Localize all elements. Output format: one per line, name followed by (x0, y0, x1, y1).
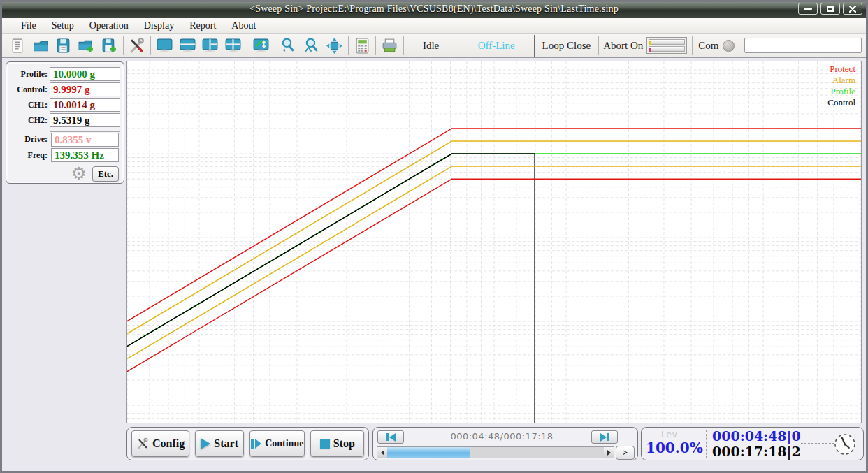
play-icon (201, 438, 210, 449)
config-button[interactable]: Config (131, 430, 189, 457)
toolbar-separator (375, 36, 376, 55)
ch1-value: 10.0014 g (50, 98, 120, 112)
etc-button[interactable]: Etc. (92, 166, 119, 182)
status-state: Idle (406, 35, 456, 56)
legend-protect: Protect (827, 64, 855, 75)
divider (706, 430, 707, 458)
ch2-label: CH2: (9, 115, 50, 126)
skip-to-end-button[interactable] (591, 430, 618, 444)
window-title: <Sweep Sin> Project:E:\Program Files\VCS… (249, 3, 619, 15)
ch2-value: 9.5319 g (50, 113, 120, 127)
layout-quad-button[interactable] (222, 35, 245, 56)
status-connection: Off-Line (461, 35, 532, 56)
layout-single-icon (156, 37, 173, 54)
skip-start-icon (386, 433, 389, 441)
continue-button-label: Continue (265, 438, 303, 449)
legend-profile: Profile (827, 86, 855, 97)
minimize-button[interactable] (798, 3, 818, 15)
level-time-group: Lev 100.0% 000:04:48|0 000:17:18|2 (641, 427, 864, 460)
progress-fill (387, 447, 470, 458)
tools-button[interactable] (125, 35, 148, 56)
open-project-button[interactable] (29, 35, 52, 56)
maximize-icon (827, 6, 834, 12)
sweep-chart[interactable]: Protect Alarm Profile Control (126, 61, 862, 423)
maximize-button[interactable] (820, 3, 840, 15)
continue-button[interactable]: Continue (249, 430, 305, 457)
status-abort-label: Abort On (603, 35, 643, 56)
progress-scrollbar[interactable] (377, 446, 614, 458)
status-com-label: Com (698, 35, 718, 56)
zoom-select-icon (303, 37, 320, 54)
status-separator (458, 36, 458, 55)
toolbar-separator (348, 36, 349, 55)
skip-end-icon (600, 433, 607, 442)
save-icon (55, 37, 72, 54)
zoom-in-button[interactable] (277, 35, 301, 56)
menu-about[interactable]: About (224, 20, 263, 32)
layout-two-rows-button[interactable] (176, 35, 199, 56)
menu-setup[interactable]: Setup (44, 20, 82, 32)
level-value: 100.0% (646, 439, 703, 456)
pan-icon (326, 37, 343, 54)
auto-scale-icon (252, 37, 270, 54)
freq-value: 139.353 Hz (51, 148, 119, 162)
menu-report[interactable]: Report (182, 20, 224, 32)
zoom-in-icon (280, 37, 297, 54)
zoom-select-button[interactable] (300, 35, 323, 56)
control-value: 9.9997 g (50, 82, 120, 96)
start-button-label: Start (214, 437, 238, 450)
scroll-left-arrow[interactable] (377, 447, 387, 458)
control-label: Control: (9, 85, 50, 95)
stop-button[interactable]: Stop (310, 430, 364, 457)
save-as-button[interactable] (98, 35, 121, 56)
drive-value: 0.8355 v (51, 133, 119, 147)
calculator-button[interactable] (351, 35, 374, 56)
new-file-icon (9, 37, 27, 54)
chart-canvas[interactable] (127, 61, 861, 423)
freq-label: Freq: (9, 147, 50, 163)
toolbar-separator (247, 36, 247, 55)
legend-alarm: Alarm (827, 75, 855, 86)
config-button-label: Config (152, 437, 185, 450)
transport-group: 000:04:48/000:17:18 > (372, 427, 638, 460)
continue-icon (251, 439, 261, 449)
layout-one-two-button[interactable] (199, 35, 222, 56)
menu-file[interactable]: File (13, 20, 44, 32)
menu-operation[interactable]: Operation (82, 20, 136, 32)
menu-display[interactable]: Display (136, 20, 182, 32)
pan-button[interactable] (323, 35, 346, 56)
toolbar-separator (123, 36, 124, 55)
save-button[interactable] (52, 35, 75, 56)
toolbar-separator (275, 36, 275, 55)
divider (801, 443, 834, 444)
total-time: 000:17:18|2 (712, 444, 801, 459)
skip-to-start-button[interactable] (377, 430, 404, 444)
close-icon (849, 6, 856, 13)
status-separator (598, 36, 599, 55)
close-button[interactable] (843, 3, 862, 15)
expand-button[interactable]: > (616, 446, 635, 460)
menu-bar: File Setup Operation Display Report Abou… (2, 18, 866, 34)
start-button[interactable]: Start (195, 430, 244, 457)
toolbar: Idle Off-Line Loop Close Abort On Com (2, 34, 866, 58)
settings-gear-icon[interactable]: ⚙ (71, 166, 87, 182)
status-loop-mode: Loop Close (537, 35, 596, 56)
transport-time: 000:04:48/000:17:18 (415, 431, 588, 442)
auto-scale-button[interactable] (249, 35, 273, 56)
layout-single-button[interactable] (153, 35, 176, 56)
abort-level-meter (646, 37, 687, 54)
layout-one-two-icon (201, 37, 219, 54)
layout-two-rows-icon (179, 37, 196, 54)
scroll-track[interactable] (387, 447, 604, 458)
abort-tick-yellow (649, 41, 651, 45)
com-message-field[interactable] (744, 38, 862, 53)
readings-panel: Profile: 10.0000 g Control: 9.9997 g CH1… (6, 61, 124, 184)
stop-button-label: Stop (333, 437, 355, 450)
open-add-button[interactable] (75, 35, 98, 56)
new-project-button[interactable] (6, 35, 29, 56)
scroll-right-arrow[interactable] (604, 447, 614, 458)
print-button[interactable] (378, 35, 401, 56)
ch1-label: CH1: (9, 100, 50, 110)
run-controls-group: Config Start Continue Stop (126, 427, 369, 460)
open-folder-icon (32, 37, 50, 54)
